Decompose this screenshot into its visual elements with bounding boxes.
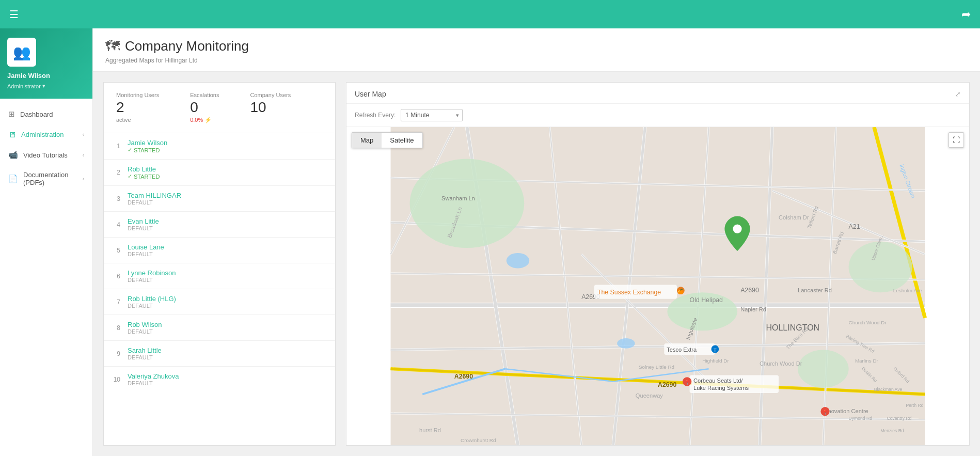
- chevron-down-icon: ▾: [42, 83, 45, 89]
- monitoring-users-label: Monitoring Users: [116, 92, 159, 98]
- sidebar-item-label: Documentation (PDFs): [23, 171, 77, 186]
- user-info: Rob Little (HLG)DEFAULT: [128, 295, 327, 309]
- refresh-select-wrapper[interactable]: 1 Minute 5 Minutes 10 Minutes 30 Minutes: [401, 109, 463, 121]
- svg-text:Dymond Rd: Dymond Rd: [849, 416, 873, 421]
- svg-text:Queenway: Queenway: [636, 392, 663, 399]
- table-row[interactable]: 3Team HILLINGARDEFAULT: [104, 186, 335, 212]
- map-title: User Map: [355, 90, 386, 98]
- user-name: Lynne Robinson: [128, 269, 327, 277]
- users-table: 1Jamie Wilson✓ STARTED2Rob Little✓ START…: [103, 133, 336, 446]
- user-name: Sarah Little: [128, 347, 327, 354]
- user-number: 6: [112, 273, 120, 280]
- table-row[interactable]: 7Rob Little (HLG)DEFAULT: [104, 289, 335, 315]
- sidebar-user-section: 👥 Jamie Wilson Administrator ▾: [0, 28, 92, 99]
- sidebar-nav: ⊞ Dashboard 🖥 Administration ‹ 📹 Video T…: [0, 99, 92, 456]
- table-row[interactable]: 1Jamie Wilson✓ STARTED: [104, 133, 335, 160]
- lightning-icon: ⚡: [204, 117, 212, 123]
- user-status-default: DEFAULT: [128, 354, 327, 360]
- user-status-default: DEFAULT: [128, 199, 327, 206]
- refresh-select[interactable]: 1 Minute 5 Minutes 10 Minutes 30 Minutes: [401, 109, 463, 121]
- map-svg: A2690 A2690 A21 Broadoak Ln Old Helipad …: [346, 127, 969, 445]
- svg-text:The Sussex Exchange: The Sussex Exchange: [597, 289, 661, 296]
- svg-text:Menzies Rd: Menzies Rd: [880, 428, 904, 433]
- chevron-right-icon: ‹: [83, 152, 84, 158]
- user-name: Rob Wilson: [128, 321, 327, 328]
- sidebar-item-administration[interactable]: 🖥 Administration ‹: [0, 124, 92, 145]
- user-number: 5: [112, 247, 120, 254]
- svg-text:Highfield Dr: Highfield Dr: [702, 358, 729, 364]
- user-info: Jamie Wilson✓ STARTED: [128, 139, 327, 153]
- user-status-default: DEFAULT: [128, 277, 327, 283]
- user-name: Valeriya Zhukova: [128, 372, 327, 380]
- stat-escalations: Escalations 0 0.0% ⚡: [190, 92, 219, 123]
- sidebar-item-video-tutorials[interactable]: 📹 Video Tutorials ‹: [0, 145, 92, 165]
- table-row[interactable]: 2Rob Little✓ STARTED: [104, 160, 335, 186]
- svg-text:A21: A21: [849, 223, 860, 230]
- stat-company-users: Company Users 10: [250, 92, 291, 123]
- avatar-emoji: 👥: [13, 44, 31, 61]
- map-fullscreen-button[interactable]: ⛶: [949, 132, 964, 148]
- user-info: Rob Little✓ STARTED: [128, 165, 327, 180]
- sidebar-item-documentation[interactable]: 📄 Documentation (PDFs) ‹: [0, 165, 92, 192]
- sidebar-username: Jamie Wilson: [7, 72, 50, 80]
- company-users-label: Company Users: [250, 92, 291, 98]
- svg-text:Luke Racing Systems: Luke Racing Systems: [693, 385, 749, 391]
- sidebar-item-dashboard[interactable]: ⊞ Dashboard: [0, 104, 92, 124]
- user-status-default: DEFAULT: [128, 303, 327, 309]
- user-info: Team HILLINGARDEFAULT: [128, 192, 327, 206]
- table-row[interactable]: 6Lynne RobinsonDEFAULT: [104, 263, 335, 289]
- user-name: Louise Lane: [128, 243, 327, 251]
- table-row[interactable]: 8Rob WilsonDEFAULT: [104, 315, 335, 341]
- user-number: 8: [112, 324, 120, 332]
- table-row[interactable]: 10Valeriya ZhukovaDEFAULT: [104, 367, 335, 392]
- svg-point-38: [507, 253, 529, 269]
- svg-text:Coventry Rd: Coventry Rd: [887, 416, 912, 421]
- sidebar: 👥 Jamie Wilson Administrator ▾ ⊞ Dashboa…: [0, 28, 93, 456]
- svg-text:📍: 📍: [684, 379, 691, 386]
- user-number: 3: [112, 195, 120, 202]
- topbar: ☰ ➦: [0, 0, 980, 28]
- map-panel: User Map ⤢ Refresh Every: 1 Minute 5 Min…: [346, 82, 970, 446]
- svg-point-36: [798, 350, 849, 388]
- svg-text:Lesholm Ave: Lesholm Ave: [893, 288, 923, 293]
- svg-text:Lancaster Rd: Lancaster Rd: [798, 287, 832, 293]
- check-icon: ✓: [128, 173, 132, 180]
- user-number: 7: [112, 298, 120, 306]
- svg-text:Solney Little Rd: Solney Little Rd: [639, 364, 674, 370]
- user-status-default: DEFAULT: [128, 380, 327, 386]
- svg-text:Church Wood Dr: Church Wood Dr: [760, 360, 802, 367]
- map-btn-map[interactable]: Map: [352, 133, 382, 148]
- hamburger-menu-icon[interactable]: ☰: [9, 8, 19, 21]
- user-status-default: DEFAULT: [128, 328, 327, 335]
- dashboard-icon: ⊞: [8, 109, 15, 119]
- sidebar-role[interactable]: Administrator ▾: [7, 83, 45, 89]
- table-row[interactable]: 9Sarah LittleDEFAULT: [104, 341, 335, 367]
- expand-icon[interactable]: ⤢: [955, 90, 961, 98]
- svg-text:T: T: [714, 347, 717, 353]
- page-title-icon: 🗺: [105, 38, 120, 55]
- chevron-right-icon: ‹: [83, 132, 84, 137]
- svg-point-39: [617, 338, 635, 349]
- svg-text:Marlins Dr: Marlins Dr: [855, 358, 879, 364]
- avatar: 👥: [7, 38, 36, 67]
- user-number: 1: [112, 143, 120, 150]
- svg-point-35: [849, 242, 912, 293]
- user-info: Rob WilsonDEFAULT: [128, 321, 327, 335]
- svg-text:Tesco Extra: Tesco Extra: [667, 347, 697, 353]
- svg-point-67: [733, 224, 741, 233]
- page-title: Company Monitoring: [125, 38, 249, 54]
- table-row[interactable]: 5Louise LaneDEFAULT: [104, 238, 335, 263]
- svg-text:Corbeau Seats Ltd/: Corbeau Seats Ltd/: [693, 378, 743, 384]
- escalations-label: Escalations: [190, 92, 219, 98]
- check-icon: ✓: [128, 147, 132, 153]
- map-btn-satellite[interactable]: Satellite: [382, 133, 422, 148]
- user-name: Evan Little: [128, 217, 327, 225]
- svg-text:A2690: A2690: [658, 381, 676, 388]
- logout-icon[interactable]: ➦: [961, 8, 971, 21]
- table-row[interactable]: 4Evan LittleDEFAULT: [104, 212, 335, 238]
- monitoring-users-value: 2: [116, 99, 159, 116]
- svg-text:A2690: A2690: [740, 287, 759, 294]
- page-body: Monitoring Users 2 active Escalations 0 …: [93, 72, 980, 456]
- user-number: 4: [112, 221, 120, 228]
- refresh-label: Refresh Every:: [355, 112, 396, 119]
